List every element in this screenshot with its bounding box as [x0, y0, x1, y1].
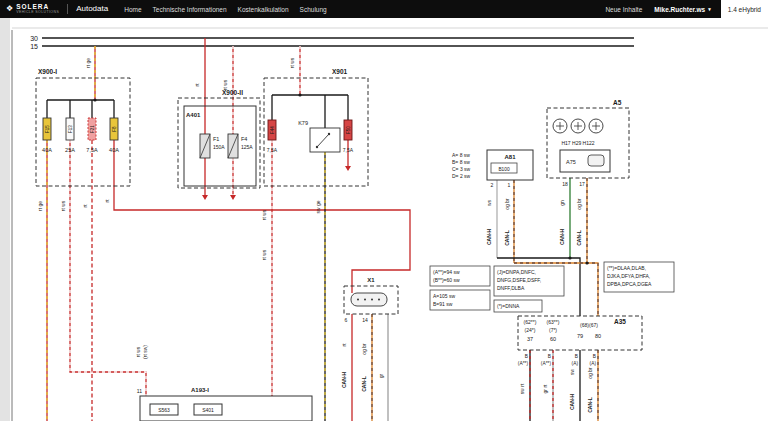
can-l-label-a35: CAN-L — [587, 397, 593, 413]
fuse-f44-label: F44 — [270, 126, 275, 134]
brand-text: SOLERA VEHICLE SOLUTIONS — [16, 4, 59, 14]
note4-line1: (*)=DNNA — [497, 303, 520, 309]
junction-dot — [568, 256, 571, 259]
note3-line1: A=105 sw — [433, 293, 455, 299]
top-navbar: ❖ SOLERA VEHICLE SOLUTIONS Autodata Home… — [0, 0, 768, 18]
conn-size-d: D= 2 sw — [452, 173, 471, 179]
box-a35-label: A35 — [614, 318, 626, 325]
pin-79: 79 — [577, 333, 583, 339]
can-l-label-a81: CAN-L — [504, 230, 510, 246]
fuse-f44-amps: 7,5A — [267, 147, 278, 153]
note5-line3: DPBA,DPCA,DGEA — [607, 281, 652, 287]
wire-label-rt-f8: rt — [104, 199, 110, 203]
pin-7980-alt: (68)(67) — [580, 322, 598, 328]
note3-line2: B=91 sw — [433, 301, 453, 307]
wire-label-ogbr-a35: og br — [587, 367, 593, 379]
fuse-stubs-x901 — [272, 95, 348, 128]
arrow-out-f1 — [202, 195, 208, 200]
wire-label-swrt-a35: sw rt — [519, 383, 525, 394]
wire-label-rtws-x901: rt ws — [289, 57, 295, 68]
brand-divider — [67, 4, 68, 14]
splice-s401-label: S401 — [202, 407, 214, 413]
user-menu[interactable]: Mike.Ruchter.ws ▾ — [654, 6, 710, 13]
wire-label-rtge-top: rt ge — [85, 58, 91, 68]
wire-label-rtws-f44-a: rt ws — [261, 209, 267, 220]
wire-label-ogbr-a75: og br — [576, 198, 582, 210]
vehicle-badge[interactable]: 1.4 eHybrid — [721, 0, 768, 18]
note2-line2: DNFG,DSFE,DSFF, — [497, 277, 541, 283]
pin-17: 17 — [579, 181, 585, 187]
can-l-label-x1: CAN-L — [361, 376, 367, 392]
rail-30-label: 30 — [30, 35, 38, 42]
chevron-down-icon: ▾ — [708, 6, 711, 12]
b100-label: B100 — [498, 167, 510, 172]
fuse-f21-variant[interactable]: F21 — [88, 118, 96, 140]
brand[interactable]: ❖ SOLERA VEHICLE SOLUTIONS Autodata — [6, 4, 108, 14]
relay-k79[interactable] — [310, 128, 340, 152]
can-h-label-a75: CAN-H — [559, 229, 565, 245]
a35-conn2: B — [548, 354, 551, 359]
can-h-label-a35: CAN-H — [569, 394, 575, 410]
left-gutter — [0, 18, 10, 421]
fuse-f15-label: F15 — [45, 125, 50, 133]
pin-18: 18 — [562, 181, 568, 187]
wire-label-grrt-a35: gr rt — [542, 384, 548, 394]
wire-label-swge: sw ge — [315, 200, 321, 213]
fuse-f21-amps: 7,5A — [86, 147, 98, 153]
fuse-f50-label: F50 — [346, 126, 351, 134]
a35-conn1: B — [525, 354, 528, 359]
pin-60-alt1: (63**) — [547, 319, 560, 325]
note5-line1: (**)=DLAA,DLAB, — [607, 265, 646, 271]
wire-label-gr-x1: gr — [378, 373, 384, 378]
nav-schulung[interactable]: Schulung — [300, 6, 327, 13]
note1-line1: (A**)=94 sw — [433, 269, 460, 275]
pin-1: 1 — [508, 182, 511, 188]
conn-size-a: A= 8 sw — [452, 152, 470, 158]
nav-neue-inhalte[interactable]: Neue Inhalte — [605, 6, 642, 13]
pin-37-alt2: (24*) — [525, 327, 536, 333]
can-h-label-x1: CAN-H — [341, 372, 347, 388]
pin-80: 80 — [595, 333, 601, 339]
wire-label-rtws-f4: rt ws — [222, 79, 228, 90]
wire-label-rtws-f44-b: rt ws — [261, 249, 267, 260]
wire-label-ws-a81: ws — [486, 199, 492, 206]
fuse-f50[interactable]: F50 — [344, 120, 352, 140]
brand-product: Autodata — [76, 4, 108, 13]
wire-label-rtge-f15: rt ge — [37, 201, 43, 211]
wire-label-ogbr-x1: og br — [361, 343, 367, 355]
junction-dot — [585, 261, 588, 264]
fuse-f21-label: F21 — [90, 125, 95, 133]
fuse-f4-amps: 125A — [241, 144, 253, 150]
fuse-f8-amps: 40A — [109, 147, 119, 153]
a35-conn4: B — [593, 354, 596, 359]
fuse-f13[interactable]: F13 — [66, 118, 74, 140]
nav-kostenkalkulation[interactable]: Kostenkalkulation — [238, 6, 289, 13]
conn-size-c: C= 3 sw — [452, 166, 471, 172]
wire-label-rtws-pin11: rt ws — [135, 346, 141, 357]
note5-line2: DJKA,DFYA,DHFA, — [607, 273, 650, 279]
junction-dot — [298, 93, 301, 96]
fuse-f4[interactable] — [228, 134, 238, 158]
pin-60: 60 — [550, 336, 556, 342]
a35-conn2-var: (A**) — [541, 361, 552, 366]
pin-6: 6 — [345, 317, 348, 323]
wire-label-rt-f1: rt — [194, 83, 200, 87]
box-a5-label: A5 — [613, 99, 622, 106]
nav-right: Neue Inhalte Mike.Ruchter.ws ▾ — [605, 6, 710, 13]
fuse-f1[interactable] — [200, 134, 210, 158]
fuse-stubs-x900i — [47, 100, 114, 118]
wiring-diagram: 30 15 — [0, 18, 768, 421]
fuse-f1-label: F1 — [213, 136, 219, 142]
fuse-f8-label: F8 — [112, 126, 117, 132]
fuse-f15[interactable]: F15 — [43, 118, 51, 140]
can-l-label-a75: CAN-L — [576, 230, 582, 246]
pin-60-alt2: (7*) — [549, 327, 557, 333]
wire-label-gn-a75: gn — [559, 200, 565, 206]
fuse-f4-label: F4 — [241, 136, 247, 142]
nav-home[interactable]: Home — [124, 6, 141, 13]
fuse-f8[interactable]: F8 — [110, 118, 118, 140]
wire-label-rtws-f13: rt ws — [60, 200, 66, 211]
fuse-f15-amps: 40A — [42, 147, 52, 153]
nav-technische-informationen[interactable]: Technische Informationen — [153, 6, 227, 13]
fuse-f44[interactable]: F44 — [268, 120, 276, 140]
